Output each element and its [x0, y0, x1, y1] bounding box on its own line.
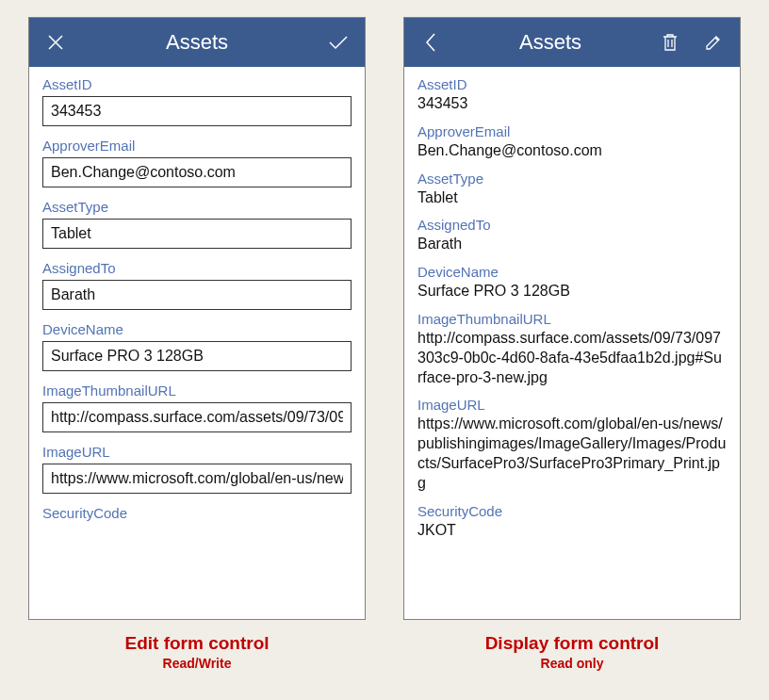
edit-button[interactable]: [700, 29, 727, 56]
cancel-button[interactable]: [42, 29, 69, 56]
field-label: DeviceName: [417, 264, 727, 280]
assignedto-input[interactable]: [42, 280, 352, 310]
trash-icon: [662, 33, 679, 52]
field-label: ImageThumbnailURL: [417, 311, 727, 327]
display-caption: Display form control Read only: [403, 633, 741, 671]
field-label: AssignedTo: [42, 260, 352, 276]
chevron-left-icon: [424, 32, 437, 53]
field-label: AssignedTo: [417, 217, 727, 233]
field-value: Surface PRO 3 128GB: [417, 282, 727, 301]
caption-sub: Read only: [403, 656, 741, 671]
caption-main: Display form control: [403, 633, 741, 654]
display-title: Assets: [444, 30, 657, 55]
caption-main: Edit form control: [28, 633, 366, 654]
field-label: ImageURL: [42, 444, 352, 460]
field-approveremail: ApproverEmail: [42, 138, 352, 187]
field-label: AssetID: [417, 76, 727, 92]
edit-title: Assets: [69, 30, 325, 55]
field-securitycode: SecurityCode JKOT: [417, 503, 727, 541]
close-icon: [46, 33, 65, 52]
field-label: ApproverEmail: [417, 123, 727, 139]
approveremail-input[interactable]: [42, 157, 352, 187]
field-value: http://compass.surface.com/assets/09/73/…: [417, 329, 727, 387]
caption-sub: Read/Write: [28, 656, 366, 671]
field-assignedto: AssignedTo Barath: [417, 217, 727, 254]
field-imagethumbnailurl: ImageThumbnailURL: [42, 383, 352, 432]
field-securitycode: SecurityCode: [42, 505, 352, 521]
field-approveremail: ApproverEmail Ben.Change@contoso.com: [417, 123, 727, 161]
field-label: DeviceName: [42, 321, 352, 337]
field-imageurl: ImageURL https://www.microsoft.com/globa…: [417, 397, 727, 493]
field-value: Tablet: [417, 188, 727, 208]
display-titlebar: Assets: [404, 18, 740, 67]
display-form-body: AssetID 343453 ApproverEmail Ben.Change@…: [404, 67, 740, 619]
field-label: ApproverEmail: [42, 138, 352, 154]
field-imagethumbnailurl: ImageThumbnailURL http://compass.surface…: [417, 311, 727, 387]
imagethumbnailurl-input[interactable]: [42, 402, 352, 432]
submit-button[interactable]: [325, 29, 352, 56]
display-form-panel: Assets AssetID 343453 ApproverEmail Ben.…: [403, 17, 741, 620]
field-value: 343453: [417, 94, 727, 114]
field-imageurl: ImageURL: [42, 444, 352, 494]
field-value: Ben.Change@contoso.com: [417, 141, 727, 161]
field-assetid: AssetID 343453: [417, 76, 727, 114]
devicename-input[interactable]: [42, 341, 352, 371]
assetid-input[interactable]: [42, 96, 352, 126]
delete-button[interactable]: [657, 29, 683, 56]
field-label: SecurityCode: [417, 503, 727, 519]
field-label: ImageThumbnailURL: [42, 383, 352, 399]
field-assettype: AssetType Tablet: [417, 171, 727, 208]
edit-caption: Edit form control Read/Write: [28, 633, 366, 671]
field-assettype: AssetType: [42, 199, 352, 249]
field-value: https://www.microsoft.com/global/en-us/n…: [417, 415, 727, 493]
back-button[interactable]: [417, 29, 444, 56]
field-label: AssetID: [42, 76, 352, 92]
checkmark-icon: [327, 33, 350, 52]
field-value: JKOT: [417, 521, 727, 541]
edit-form-panel: Assets AssetID ApproverEmail AssetType A…: [28, 17, 366, 620]
field-devicename: DeviceName: [42, 321, 352, 371]
field-devicename: DeviceName Surface PRO 3 128GB: [417, 264, 727, 301]
edit-form-body: AssetID ApproverEmail AssetType Assigned…: [29, 67, 365, 619]
field-label: AssetType: [42, 199, 352, 215]
field-label: ImageURL: [417, 397, 727, 413]
field-assetid: AssetID: [42, 76, 352, 126]
edit-titlebar: Assets: [29, 18, 365, 67]
field-assignedto: AssignedTo: [42, 260, 352, 310]
pencil-icon: [705, 34, 722, 51]
field-label: AssetType: [417, 171, 727, 187]
field-label: SecurityCode: [42, 505, 352, 521]
field-value: Barath: [417, 235, 727, 254]
imageurl-input[interactable]: [42, 464, 352, 494]
assettype-input[interactable]: [42, 219, 352, 249]
